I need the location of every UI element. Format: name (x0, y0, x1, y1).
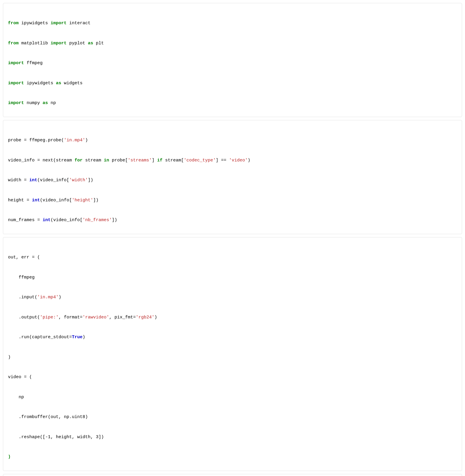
code-line: video = ( (8, 374, 457, 381)
keyword: import (51, 41, 67, 46)
keyword: import (51, 21, 67, 26)
code-line: .output('pipe:', format='rawvideo', pix_… (8, 314, 457, 321)
keyword: as (56, 81, 61, 86)
code-line: import numpy as np (8, 100, 457, 107)
code-line: from matplotlib import pyplot as plt (8, 40, 457, 47)
keyword: import (8, 101, 24, 106)
code-line: width = int(video_info['width']) (8, 177, 457, 184)
code-line: num_frames = int(video_info['nb_frames']… (8, 217, 457, 224)
code-cell-2: probe = ffmpeg.probe('in.mp4') video_inf… (3, 120, 462, 234)
code-line: ) (8, 454, 457, 461)
code-line: ) (8, 354, 457, 361)
code-line: out, err = ( (8, 254, 457, 261)
code-line: .reshape([-1, height, width, 3]) (8, 434, 457, 441)
code-cell-3: out, err = ( ffmpeg .input('in.mp4') .ou… (3, 237, 462, 471)
code-cell-1: from ipywidgets import interact from mat… (3, 3, 462, 117)
code-line: .input('in.mp4') (8, 294, 457, 301)
keyword: from (8, 21, 19, 26)
code-line: video_info = next(stream for stream in p… (8, 157, 457, 164)
code-line: height = int(video_info['height']) (8, 197, 457, 204)
code-line: .run(capture_stdout=True) (8, 334, 457, 341)
keyword: import (8, 81, 24, 86)
keyword: import (8, 61, 24, 66)
code-line: ffmpeg (8, 274, 457, 281)
keyword: as (43, 101, 48, 106)
code-line: np (8, 394, 457, 401)
code-line: from ipywidgets import interact (8, 20, 457, 27)
code-line: import ffmpeg (8, 60, 457, 67)
code-line: .frombuffer(out, np.uint8) (8, 414, 457, 421)
code-cell-4: @interact(frame=(0, num_frames)) def sho… (3, 474, 462, 476)
keyword: as (88, 41, 93, 46)
keyword: from (8, 41, 19, 46)
code-line: probe = ffmpeg.probe('in.mp4') (8, 137, 457, 144)
code-line: import ipywidgets as widgets (8, 80, 457, 87)
